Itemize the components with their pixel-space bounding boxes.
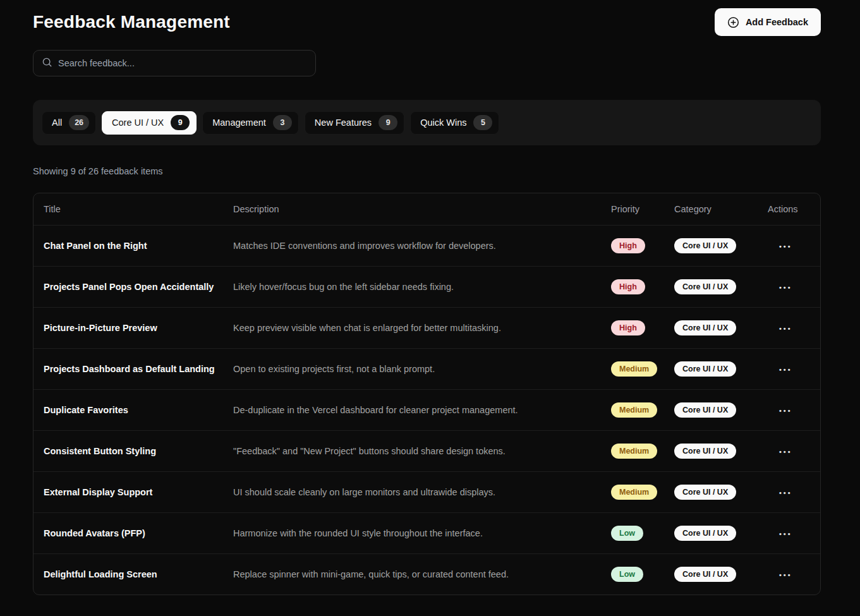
feedback-title: Picture-in-Picture Preview [44,323,233,333]
filter-tab-new-features[interactable]: New Features9 [305,111,404,135]
filter-tab-label: Core UI / UX [112,118,164,128]
filter-tab-label: Quick Wins [420,118,466,128]
filter-tab-count-badge: 26 [69,115,89,130]
feedback-management-page: Feedback Management Add Feedback [0,0,854,595]
category-badge: Core UI / UX [674,444,736,459]
column-header-category: Category [674,204,768,214]
table-body: Chat Panel on the RightMatches IDE conve… [33,225,820,595]
ellipsis-icon: ••• [779,407,792,414]
column-header-actions: Actions [768,204,820,214]
priority-badge: High [611,320,645,336]
filter-tab-all[interactable]: All26 [42,111,96,135]
category-badge: Core UI / UX [674,279,736,295]
filter-tab-label: Management [212,118,266,128]
ellipsis-icon: ••• [779,489,792,497]
feedback-description: Replace spinner with mini-game, quick ti… [233,569,611,579]
row-actions-button[interactable]: ••• [773,443,799,460]
priority-badge: Medium [611,485,657,500]
category-badge: Core UI / UX [674,238,736,254]
row-actions-button[interactable]: ••• [773,361,799,378]
ellipsis-icon: ••• [779,530,792,538]
feedback-title: Chat Panel on the Right [44,241,233,251]
ellipsis-icon: ••• [779,366,792,373]
table-header: Title Description Priority Category Acti… [33,193,820,225]
feedback-description: De-duplicate in the Vercel dashboard for… [233,405,611,415]
priority-badge: Medium [611,402,657,418]
row-actions-button[interactable]: ••• [773,402,799,419]
priority-badge: Low [611,567,643,583]
feedback-description: Matches IDE conventions and improves wor… [233,241,611,251]
feedback-title: External Display Support [44,487,233,497]
table-row: External Display SupportUI should scale … [33,471,820,512]
row-actions-button[interactable]: ••• [773,484,799,501]
category-badge: Core UI / UX [674,402,736,418]
feedback-description: Harmonize with the rounded UI style thro… [233,528,611,538]
feedback-title: Delightful Loading Screen [44,569,233,579]
feedback-title: Projects Dashboard as Default Landing [44,364,233,374]
table-row: Picture-in-Picture PreviewKeep preview v… [33,307,820,348]
feedback-description: UI should scale cleanly on large monitor… [233,487,611,497]
category-badge: Core UI / UX [674,567,736,583]
ellipsis-icon: ••• [779,571,792,579]
filter-tab-count-badge: 9 [379,115,397,130]
table-row: Projects Panel Pops Open AccidentallyLik… [33,266,820,307]
priority-badge: Medium [611,444,657,459]
feedback-title: Duplicate Favorites [44,405,233,415]
filter-tab-management[interactable]: Management3 [202,111,299,135]
row-actions-button[interactable]: ••• [773,566,799,583]
row-actions-button[interactable]: ••• [773,279,799,296]
filter-tab-count-badge: 9 [171,115,190,130]
add-feedback-label: Add Feedback [746,17,808,27]
filter-tab-quick-wins[interactable]: Quick Wins5 [410,111,499,135]
search-icon [42,57,52,70]
priority-badge: Medium [611,361,657,377]
feedback-table: Title Description Priority Category Acti… [33,193,821,595]
column-header-priority: Priority [611,204,674,214]
row-actions-button[interactable]: ••• [773,238,799,255]
search-box [33,50,316,76]
ellipsis-icon: ••• [779,325,792,332]
ellipsis-icon: ••• [779,243,792,250]
priority-badge: High [611,238,645,254]
feedback-description: Open to existing projects first, not a b… [233,364,611,374]
filter-tabs: All26Core UI / UX9Management3New Feature… [33,100,821,145]
category-badge: Core UI / UX [674,526,736,541]
page-title: Feedback Management [33,8,230,32]
results-summary: Showing 9 of 26 feedback items [33,166,821,176]
filter-tab-label: New Features [315,118,372,128]
priority-badge: High [611,279,645,295]
table-row: Rounded Avatars (PFP)Harmonize with the … [33,512,820,553]
category-badge: Core UI / UX [674,320,736,336]
add-feedback-button[interactable]: Add Feedback [715,8,821,36]
priority-badge: Low [611,526,643,541]
filter-tab-label: All [52,118,62,128]
feedback-title: Projects Panel Pops Open Accidentally [44,282,233,292]
feedback-description: Likely hover/focus bug on the left sideb… [233,282,611,292]
feedback-description: "Feedback" and "New Project" buttons sho… [233,446,611,456]
column-header-description: Description [233,204,611,214]
table-row: Duplicate FavoritesDe-duplicate in the V… [33,389,820,430]
feedback-description: Keep preview visible when chat is enlarg… [233,323,611,333]
filter-tab-count-badge: 3 [273,115,292,130]
category-badge: Core UI / UX [674,485,736,500]
table-row: Chat Panel on the RightMatches IDE conve… [33,225,820,266]
category-badge: Core UI / UX [674,361,736,377]
table-row: Delightful Loading ScreenReplace spinner… [33,553,820,595]
feedback-title: Consistent Button Styling [44,446,233,456]
search-input[interactable] [58,58,307,68]
table-row: Projects Dashboard as Default LandingOpe… [33,348,820,389]
table-row: Consistent Button Styling"Feedback" and … [33,430,820,471]
ellipsis-icon: ••• [779,448,792,456]
filter-tab-core-ui-ux[interactable]: Core UI / UX9 [102,111,197,135]
row-actions-button[interactable]: ••• [773,525,799,542]
ellipsis-icon: ••• [779,284,792,291]
filter-tab-count-badge: 5 [473,115,492,130]
page-header: Feedback Management Add Feedback [33,8,821,36]
plus-circle-icon [727,16,739,28]
feedback-title: Rounded Avatars (PFP) [44,528,233,538]
column-header-title: Title [44,204,233,214]
row-actions-button[interactable]: ••• [773,320,799,337]
